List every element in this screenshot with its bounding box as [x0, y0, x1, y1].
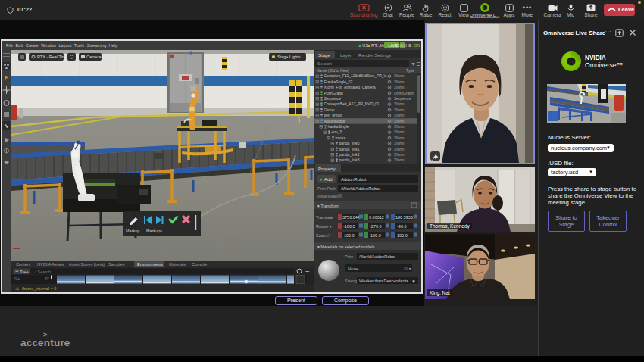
svg-text:Asset Stores (beta): Asset Stores (beta)	[69, 262, 105, 267]
svg-text:Samples: Samples	[108, 262, 125, 267]
svg-text:Render Settings: Render Settings	[358, 53, 391, 58]
svg-text:Xform: Xform	[394, 108, 404, 112]
svg-text:Type: Type	[406, 68, 414, 73]
svg-text:▼: ▼	[411, 279, 416, 284]
svg-text:Materials: Materials	[169, 262, 186, 267]
svg-text:☰ Tree: ☰ Tree	[15, 270, 28, 274]
svg-text:-180.0: -180.0	[343, 224, 355, 229]
svg-text:Xform: Xform	[394, 85, 404, 89]
svg-text:Container_F11_123x80x89cm_PR_V: Container_F11_123x80x89cm_PR_V...	[324, 73, 389, 78]
svg-text:Omniverse™: Omniverse™	[585, 61, 623, 69]
svg-text:Xform: Xform	[394, 73, 404, 78]
svg-text:None: None	[348, 267, 359, 271]
svg-text:⌕ Search: ⌕ Search	[34, 270, 51, 274]
svg-text:ConveyorBelt_A17_PR_NVD_01: ConveyorBelt_A17_PR_NVD_01	[324, 101, 380, 106]
svg-text:Console: Console	[192, 262, 207, 267]
svg-text:/World/AddonRobot: /World/AddonRobot	[341, 186, 381, 191]
svg-text:Xform: Xform	[394, 130, 404, 134]
svg-text:Xform: Xform	[394, 124, 404, 129]
svg-text:Scale □: Scale □	[316, 233, 330, 238]
svg-text:Markup: Markup	[126, 229, 139, 233]
svg-text:panda_link3: panda_link3	[339, 158, 360, 162]
svg-text:NVIDIA Assets: NVIDIA Assets	[37, 262, 64, 267]
svg-text:AddonRobot: AddonRobot	[341, 177, 367, 182]
svg-text:Xform: Xform	[394, 152, 404, 157]
svg-text:Camera: Camera	[86, 55, 102, 59]
svg-text:+: +	[320, 177, 323, 182]
svg-text:panda_link2: panda_link2	[339, 152, 360, 157]
svg-text:PushGraph: PushGraph	[324, 91, 344, 95]
svg-text:Search: Search	[317, 61, 332, 66]
svg-text:Markups: Markups	[146, 229, 162, 233]
svg-text:Prim: Prim	[345, 254, 354, 259]
svg-text:Layer: Layer	[340, 53, 352, 58]
svg-text:Stage: Stage	[318, 53, 330, 58]
svg-text:Sequence: Sequence	[394, 96, 411, 101]
svg-text:☰: ☰	[305, 269, 310, 274]
svg-text:Xform: Xform	[394, 113, 404, 117]
svg-text:frankaSingle: frankaSingle	[328, 124, 349, 129]
svg-text:▼: ▼	[411, 61, 416, 67]
svg-text:NVIDIA: NVIDIA	[585, 55, 606, 61]
svg-text:Group: Group	[324, 108, 335, 112]
svg-text:Rotate ▾: Rotate ▾	[316, 224, 332, 229]
svg-text:RTX - Real Time: RTX - Real Time	[37, 55, 68, 59]
svg-text:-270.0: -270.0	[370, 224, 382, 229]
svg-text:franka: franka	[336, 136, 346, 140]
svg-text:FrankaSingle_02: FrankaSingle_02	[324, 80, 353, 84]
svg-text:0.00012: 0.00012	[369, 215, 384, 220]
svg-text:-90.0: -90.0	[397, 224, 407, 229]
svg-text:OmniGraph: OmniGraph	[394, 91, 414, 95]
svg-text:Xform: Xform	[394, 80, 404, 84]
svg-text:3756.044: 3756.044	[342, 215, 360, 220]
svg-text:Xform: Xform	[394, 141, 404, 145]
svg-text:Xform: Xform	[394, 158, 404, 162]
svg-text:Property: Property	[318, 167, 336, 171]
svg-text:Xform: Xform	[394, 147, 404, 151]
svg-text:100.0: 100.0	[344, 233, 355, 238]
svg-text:Environments: Environments	[137, 262, 163, 267]
svg-text:⚠: ⚠	[15, 286, 20, 291]
svg-text:∿: ∿	[4, 123, 9, 130]
svg-text:Prim Path: Prim Path	[317, 186, 336, 191]
svg-text:186.5935: 186.5935	[395, 215, 413, 220]
svg-text:⊙ ▾: ⊙ ▾	[404, 267, 411, 271]
svg-text:Xform_For_Animated_Camera: Xform_For_Animated_Camera	[324, 85, 376, 89]
svg-text:/World/AddonRobot: /World/AddonRobot	[359, 254, 395, 259]
svg-text:Name (Old to New): Name (Old to New)	[317, 68, 349, 73]
svg-text:Stage Lights: Stage Lights	[277, 55, 301, 59]
svg-text:☰: ☰	[416, 61, 420, 67]
svg-text:47: 47	[45, 276, 49, 281]
svg-text:Weaker than Descendants: Weaker than Descendants	[359, 279, 408, 283]
svg-text:Translate: Translate	[316, 215, 333, 220]
svg-text:▾ Transform: ▾ Transform	[317, 204, 339, 208]
svg-text:belt_group: belt_group	[324, 113, 342, 117]
svg-text:ALL: ALL	[14, 276, 20, 281]
svg-text:Xform: Xform	[394, 136, 404, 140]
svg-text:panda_link1: panda_link1	[339, 147, 360, 151]
svg-text:Add: Add	[324, 177, 333, 182]
svg-text:Xform: Xform	[394, 119, 404, 123]
svg-text:100.0: 100.0	[397, 233, 408, 238]
svg-text:AddonRobot: AddonRobot	[324, 119, 345, 123]
svg-text:Content: Content	[16, 262, 31, 267]
svg-text:Instanceable: Instanceable	[317, 194, 341, 198]
svg-text:▾ Materials on selected models: ▾ Materials on selected models	[317, 245, 375, 249]
svg-text:Xform: Xform	[394, 101, 404, 106]
svg-text:Sequence: Sequence	[324, 96, 342, 101]
svg-text:env_3: env_3	[332, 130, 342, 134]
svg-text:100.0: 100.0	[370, 233, 381, 238]
svg-text:iframe_interval = 0: iframe_interval = 0	[22, 286, 56, 291]
svg-text:panda_link0: panda_link0	[339, 141, 360, 145]
